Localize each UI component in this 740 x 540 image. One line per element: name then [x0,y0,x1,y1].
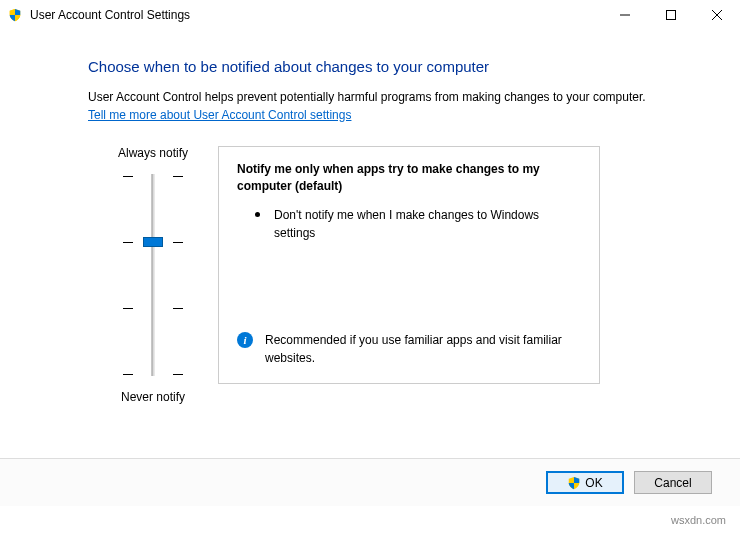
slider-column: Always notify Never notify [88,146,218,404]
info-icon: i [237,332,253,348]
window-controls [602,0,740,30]
panel-title: Notify me only when apps try to make cha… [237,161,581,195]
slider-area: Always notify Never notify Notify me onl… [88,146,716,404]
uac-shield-icon [567,476,581,490]
cancel-button[interactable]: Cancel [634,471,712,494]
ok-button[interactable]: OK [546,471,624,494]
page-heading: Choose when to be notified about changes… [88,58,716,75]
window-title: User Account Control Settings [30,8,602,22]
watermark: wsxdn.com [671,514,726,526]
panel-recommendation-row: i Recommended if you use familiar apps a… [237,331,581,373]
panel-recommendation-text: Recommended if you use familiar apps and… [265,331,581,367]
close-button[interactable] [694,0,740,30]
cancel-button-label: Cancel [654,476,691,490]
slider-label-always: Always notify [118,146,188,160]
slider-track [152,174,155,376]
content-area: Choose when to be notified about changes… [0,30,740,404]
slider-tick [123,308,183,309]
notification-level-panel: Notify me only when apps try to make cha… [218,146,600,384]
svg-rect-1 [667,10,676,19]
slider-thumb[interactable] [143,237,163,247]
titlebar: User Account Control Settings [0,0,740,30]
panel-bullet-row: Don't notify me when I make changes to W… [237,206,581,242]
slider-tick [123,374,183,375]
slider-label-never: Never notify [121,390,185,404]
ok-button-label: OK [585,476,602,490]
dialog-footer: OK Cancel [0,458,740,506]
page-description: User Account Control helps prevent poten… [88,89,716,106]
bullet-icon [255,212,260,217]
maximize-button[interactable] [648,0,694,30]
uac-shield-icon [8,8,22,22]
learn-more-link[interactable]: Tell me more about User Account Control … [88,108,351,122]
panel-bullet-text: Don't notify me when I make changes to W… [274,206,581,242]
slider-tick [123,176,183,177]
minimize-button[interactable] [602,0,648,30]
notification-slider[interactable] [123,170,183,380]
